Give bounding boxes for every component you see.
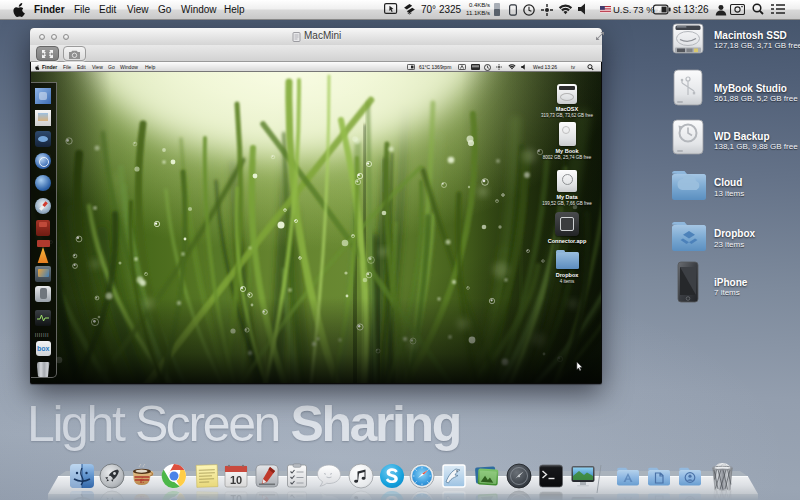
svg-text:É: É [140,477,145,485]
svg-text:10: 10 [230,474,242,486]
